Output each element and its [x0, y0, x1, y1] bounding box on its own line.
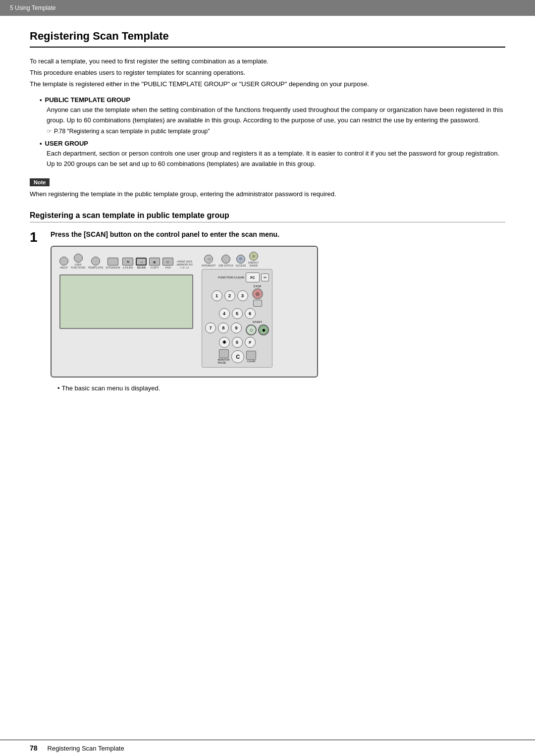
- num-star: ✱: [219, 337, 230, 348]
- scan-btn: ◁ SCAN: [136, 258, 147, 269]
- section-title: Registering a scan template in public te…: [30, 211, 505, 222]
- bullet-item-public: PUBLIC TEMPLATE GROUP Anyone can use the…: [40, 96, 505, 135]
- extension-label: EXTENSION: [106, 266, 120, 269]
- num-4: 4: [219, 308, 230, 319]
- stop-btn: ◎: [252, 288, 263, 299]
- user-functions-btn: USERFUNCTIONS: [71, 254, 85, 269]
- num-c: C: [231, 350, 244, 363]
- start-btns: ◇ ◆: [246, 324, 269, 335]
- stop-extra: [253, 300, 262, 307]
- panel-left-area: HELP USERFUNCTIONS TEMPLATE: [56, 252, 196, 331]
- monitor-pause-rect: [219, 349, 229, 358]
- stop-area: STOP ◎: [252, 285, 263, 307]
- fax-label: FAX: [165, 266, 171, 269]
- efiling-label: e-FILING: [123, 266, 133, 269]
- clear-rect: [246, 351, 256, 360]
- access-label: ACCESS: [236, 264, 246, 267]
- numpad-area: FUNCTION CLEAR FC ✏ 1 2 3 STOP: [202, 269, 272, 368]
- step-number-1: 1: [30, 230, 44, 394]
- extension-rect: [107, 258, 118, 266]
- note-label: Note: [30, 178, 50, 186]
- footer-page-number: 78: [30, 744, 38, 752]
- start-btn-2: ◆: [258, 324, 269, 335]
- numpad-row-1: 1 2 3 STOP ◎: [205, 285, 269, 307]
- note-box: Note When registering the template in th…: [30, 178, 505, 200]
- fax-btn: ☏ FAX: [162, 258, 173, 269]
- panel-top-area: HELP USERFUNCTIONS TEMPLATE: [56, 252, 312, 368]
- job-status-label: JOB STATUS: [218, 264, 233, 267]
- header-bar: 5 Using Template: [0, 0, 535, 16]
- user-functions-circle: [74, 254, 83, 263]
- bullet-section: PUBLIC TEMPLATE GROUP Anyone can use the…: [40, 96, 505, 169]
- scan-rect: ◁: [136, 258, 147, 266]
- efiling-rect: ⇆: [122, 258, 133, 266]
- clear-btn: CLEAR: [246, 351, 256, 363]
- step-1-result: •The basic scan menu is displayed.: [57, 383, 505, 394]
- help-circle: [59, 257, 68, 266]
- bullet-title-user: USER GROUP: [40, 140, 505, 147]
- interrupt-btn: ◁ INTERRUPT: [202, 255, 216, 267]
- num-2: 2: [224, 290, 235, 301]
- interrupt-circle: ◁: [204, 255, 213, 264]
- monitor-pause-area: MONITORPAUSE C CLEAR: [218, 349, 257, 364]
- energy-saver-label: ENERGYSAVER: [248, 261, 259, 267]
- pencil-icon: ✏: [261, 273, 269, 281]
- num-8: 8: [218, 323, 229, 333]
- energy-saver-circle: ◎: [249, 252, 258, 261]
- intro-line-1: To recall a template, you need to first …: [30, 56, 505, 67]
- page-title: Registering Scan Template: [30, 30, 505, 48]
- function-clear-label: FUNCTION CLEAR: [218, 276, 244, 279]
- clear-label: CLEAR: [247, 360, 256, 363]
- bullet-body-user: Each department, section or person contr…: [47, 149, 505, 169]
- breadcrumb: 5 Using Template: [10, 4, 56, 11]
- numpad-row-3: 7 8 9 START ◇ ◆: [205, 321, 269, 335]
- intro-line-3: The template is registered either in the…: [30, 79, 505, 90]
- help-label: HELP: [60, 266, 68, 269]
- num-hash: #: [245, 337, 256, 348]
- scan-label: SCAN: [137, 266, 146, 269]
- energy-saver-btn: ◎ ENERGYSAVER: [248, 252, 259, 267]
- fax-rect: ☏: [162, 258, 173, 266]
- num-0: 0: [232, 337, 243, 348]
- access-btn: ⟳ ACCESS: [236, 255, 246, 267]
- job-status-btn: JOB STATUS: [218, 255, 233, 267]
- control-panel-diagram: HELP USERFUNCTIONS TEMPLATE: [51, 246, 318, 378]
- access-circle: ⟳: [236, 255, 245, 264]
- template-btn: TEMPLATE: [88, 257, 103, 269]
- note-text: When registering the template in the pub…: [30, 189, 505, 200]
- step-1-content: Press the [SCAN] button on the control p…: [51, 229, 505, 394]
- footer-bar: 78 Registering Scan Template: [0, 740, 535, 756]
- monitor-pause-btn: MONITORPAUSE: [218, 349, 230, 364]
- start-btn-1: ◇: [246, 324, 257, 335]
- display-screen: [59, 274, 193, 329]
- monitor-pause-label: MONITORPAUSE: [218, 358, 230, 364]
- extension-btn: EXTENSION: [106, 258, 120, 269]
- user-functions-label: USERFUNCTIONS: [71, 263, 85, 269]
- bullet-body-public: Anyone can use the template when the set…: [47, 105, 505, 126]
- numpad-row-4: ✱ 0 #: [205, 337, 269, 348]
- fc-btn: FC: [246, 272, 260, 282]
- copy-rect: ▣: [149, 258, 160, 266]
- job-status-circle: [221, 255, 230, 264]
- num-9: 9: [231, 323, 242, 333]
- step-1-result-text: The basic scan menu is displayed.: [62, 384, 160, 392]
- copy-btn: ▣ COPY: [149, 258, 160, 269]
- bullet-title-public: PUBLIC TEMPLATE GROUP: [40, 96, 505, 104]
- step-1-instruction: Press the [SCAN] button on the control p…: [51, 229, 505, 240]
- top-right-buttons: ◁ INTERRUPT JOB STATUS ⟳ ACCESS: [202, 252, 272, 267]
- intro-line-2: This procedure enables users to register…: [30, 68, 505, 78]
- numpad-row-2: 4 5 6: [205, 308, 269, 319]
- numpad-row-c: MONITORPAUSE C CLEAR: [205, 349, 269, 364]
- num-5: 5: [232, 308, 243, 319]
- print-data-btn: □PRINT DATA□MEMORY RX□↑1 □↑2: [176, 260, 193, 269]
- efiling-btn: ⇆ e-FILING: [122, 258, 133, 269]
- bullet-item-user: USER GROUP Each department, section or p…: [40, 140, 505, 169]
- intro-text: To recall a template, you need to first …: [30, 56, 505, 89]
- copy-label: COPY: [151, 266, 159, 269]
- template-label: TEMPLATE: [88, 266, 103, 269]
- help-btn: HELP: [59, 257, 68, 269]
- start-area: START ◇ ◆: [246, 321, 269, 335]
- main-content: Registering Scan Template To recall a te…: [0, 16, 535, 431]
- function-clear-row: FUNCTION CLEAR FC ✏: [205, 272, 269, 282]
- num-6: 6: [245, 308, 256, 319]
